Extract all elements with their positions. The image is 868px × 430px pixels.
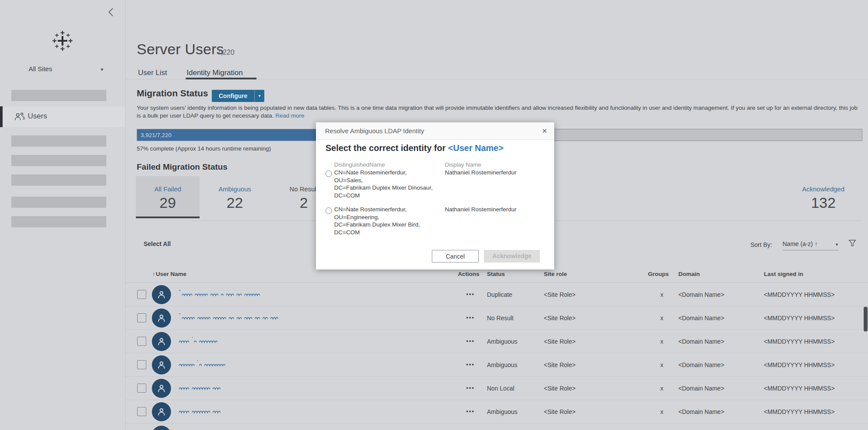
dn-line: DC=Fabrikam Duplex Mixer Bird, — [334, 221, 420, 229]
dialog-title: Resolve Ambiguous LDAP Identity — [325, 122, 424, 140]
user-name-link[interactable]: ' — [179, 330, 217, 353]
groups-cell: x — [653, 330, 671, 353]
card-acknowledged[interactable]: Acknowledged 132 — [791, 176, 856, 218]
filter-icon[interactable] — [848, 240, 856, 247]
status-cell: Ambiguous — [487, 353, 517, 377]
groups-cell: x — [653, 306, 671, 330]
migration-description: Your system users' identity information … — [137, 104, 862, 119]
redacted-nav-item — [11, 174, 106, 186]
identity-option-radio[interactable] — [326, 207, 332, 214]
last-signed-in-cell: <MMDDYYYY HHMMSS> — [764, 353, 835, 377]
status-cell: Ambiguous — [487, 400, 517, 423]
row-actions-menu[interactable]: ••• — [462, 330, 479, 352]
card-value: 132 — [791, 194, 856, 211]
site-role-cell: <Site Role> — [544, 330, 575, 353]
groups-cell: x — [653, 400, 671, 423]
dn-line: OU=Sales, — [334, 177, 433, 184]
redacted-nav-item — [11, 155, 106, 166]
progress-caption: 57% complete (Approx 14 hours runtime re… — [137, 145, 271, 152]
domain-cell: <Domain Name> — [678, 353, 724, 377]
row-checkbox[interactable] — [137, 337, 146, 346]
row-actions-menu[interactable]: ••• — [462, 377, 479, 399]
sidebar-item-users[interactable]: Users — [0, 106, 125, 127]
last-signed-in-cell: <MMDDYYYY HHMMSS> — [764, 306, 835, 330]
user-avatar-icon — [152, 426, 171, 430]
column-header-label: User Name — [156, 271, 187, 277]
user-name-link[interactable] — [179, 400, 220, 423]
identity-option-radio[interactable] — [326, 171, 332, 177]
last-signed-in-cell: <MMDDYYYY HHMMSS> — [764, 330, 835, 353]
chevron-down-icon: ▾ — [101, 66, 103, 72]
failed-migration-heading: Failed Migration Status — [137, 162, 227, 172]
sidebar-collapse-icon[interactable] — [107, 7, 116, 17]
table-row: ' ••• Ambiguous <Site Role> x <Domain Na… — [125, 353, 868, 377]
migration-description-text: Your system users' identity information … — [137, 105, 858, 119]
row-checkbox[interactable] — [137, 384, 146, 393]
redacted-name-mark: ' — [192, 336, 193, 341]
table-row: ••• — [125, 423, 868, 430]
site-role-cell: <Site Role> — [544, 306, 575, 330]
configure-button[interactable]: Configure — [212, 90, 254, 102]
domain-cell: <Domain Name> — [678, 283, 724, 306]
row-checkbox[interactable] — [137, 290, 146, 299]
user-name-link[interactable]: " — [179, 306, 278, 330]
configure-split-button[interactable]: Configure ▾ — [212, 90, 264, 102]
dn-line: CN=Nate Rosteminerferdur, — [334, 169, 433, 177]
user-avatar-icon — [152, 355, 171, 374]
user-avatar-icon — [152, 379, 171, 398]
user-avatar-icon — [152, 309, 171, 328]
card-label: Acknowledged — [791, 185, 856, 193]
row-actions-menu[interactable]: ••• — [462, 400, 479, 423]
user-name-link[interactable]: " — [179, 283, 260, 306]
dn-line: DC=Fabrikam Duplex Mixer Dinosaur, — [334, 184, 433, 192]
redacted-nav-item — [11, 216, 106, 227]
groups-cell: x — [653, 377, 671, 400]
row-actions-menu[interactable]: ••• — [462, 423, 479, 430]
redacted-nav-item — [11, 197, 106, 208]
acknowledge-button[interactable]: Acknowledge — [484, 250, 540, 263]
chevron-down-icon: ▾ — [835, 242, 838, 247]
redacted-nav-item — [11, 135, 106, 147]
sidebar-item-label: Users — [28, 112, 47, 121]
tab-user-list[interactable]: User List — [138, 69, 167, 77]
redacted-name-mark: ' — [197, 359, 198, 364]
column-header-actions: Actions — [458, 271, 480, 277]
sort-select[interactable]: Name (a-z) ↑ ▾ — [783, 240, 839, 250]
tableau-logo-icon — [50, 29, 75, 53]
dn-line: DC=COM — [334, 192, 433, 200]
row-actions-menu[interactable]: ••• — [462, 283, 479, 305]
row-actions-menu[interactable]: ••• — [462, 353, 479, 376]
user-count-badge: 7,220 — [217, 49, 234, 56]
sort-by-label: Sort By: — [750, 241, 772, 248]
tab-identity-migration[interactable]: Identity Migration — [187, 69, 243, 77]
all-sites-dropdown[interactable]: All Sites ▾ — [29, 65, 107, 75]
card-ambiguous[interactable]: Ambiguous 22 — [207, 176, 263, 218]
configure-dropdown-button[interactable]: ▾ — [254, 90, 264, 102]
status-cell: Duplicate — [487, 283, 512, 306]
site-role-cell: <Site Role> — [544, 400, 575, 423]
row-actions-menu[interactable]: ••• — [462, 306, 479, 329]
user-name-link[interactable] — [179, 377, 220, 400]
row-checkbox[interactable] — [137, 407, 146, 416]
user-name-link[interactable]: ' — [179, 353, 225, 377]
display-name-column-header: Display Name — [445, 161, 481, 168]
column-header-user-name[interactable]: ↑User Name — [152, 271, 187, 277]
card-value: 22 — [207, 194, 263, 211]
close-icon[interactable]: ✕ — [542, 122, 547, 140]
select-all-button[interactable]: Select All — [144, 240, 171, 247]
site-role-cell: <Site Role> — [544, 377, 575, 400]
dn-line: CN=Nate Rosteminerferdur, — [334, 206, 420, 213]
sort-select-value: Name (a-z) ↑ — [783, 240, 818, 247]
row-checkbox[interactable] — [137, 313, 146, 322]
sidebar: All Sites ▾ Users — [0, 0, 125, 430]
cancel-button[interactable]: Cancel — [432, 250, 479, 263]
vertical-scrollbar-thumb[interactable] — [864, 307, 868, 332]
read-more-link[interactable]: Read more — [275, 112, 304, 119]
row-checkbox[interactable] — [137, 360, 146, 369]
column-header-domain: Domain — [678, 271, 700, 277]
card-all-failed[interactable]: All Failed 29 — [136, 176, 200, 218]
dialog-heading: Select the correct identity for <User Na… — [326, 143, 503, 153]
identity-option-dn: CN=Nate Rosteminerferdur, OU=Sales, DC=F… — [334, 169, 433, 199]
domain-cell: <Domain Name> — [678, 400, 724, 423]
site-role-cell: <Site Role> — [544, 283, 575, 306]
